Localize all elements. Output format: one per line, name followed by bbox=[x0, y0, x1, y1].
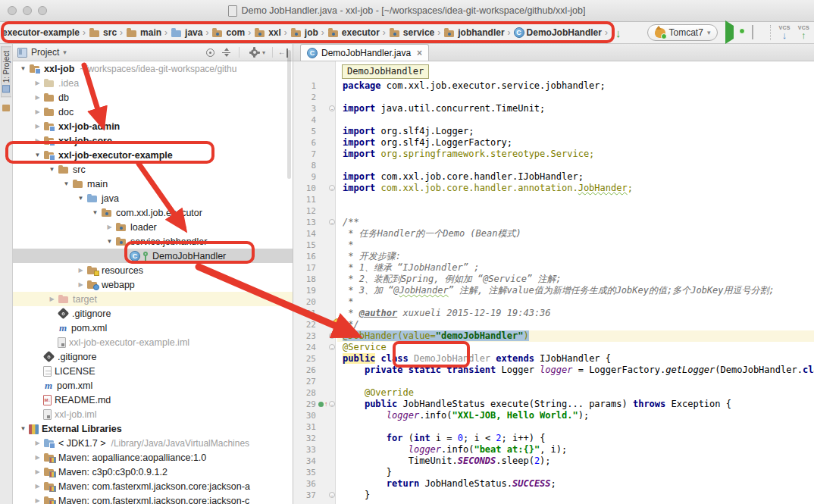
chevron-collapsed-icon[interactable]: ▶ bbox=[32, 497, 43, 504]
fold-marker-icon[interactable] bbox=[329, 401, 335, 407]
chevron-expanded-icon[interactable]: ▼ bbox=[89, 209, 101, 216]
code-line-30[interactable]: 30 logger.info("XXL-JOB, Hello World."); bbox=[293, 410, 814, 421]
code-line-24[interactable]: 24@Service bbox=[293, 342, 814, 353]
chevron-collapsed-icon[interactable]: ▶ bbox=[75, 267, 86, 274]
chevron-collapsed-icon[interactable]: ▶ bbox=[32, 137, 43, 144]
settings-icon[interactable] bbox=[249, 47, 260, 58]
code-line-37[interactable]: 37 } bbox=[293, 490, 814, 501]
tree-row-target[interactable]: ▶target bbox=[13, 292, 293, 306]
breadcrumb-item-executor[interactable]: executor bbox=[327, 27, 380, 39]
code-line-7[interactable]: 7import org.springframework.stereotype.S… bbox=[293, 149, 814, 160]
tree-row-service-jobhandler[interactable]: ▼service.jobhandler bbox=[13, 234, 293, 249]
tree-row-xxl-job-executor-example-iml[interactable]: xxl-job-executor-example.iml bbox=[13, 335, 293, 349]
chevron-expanded-icon[interactable]: ▼ bbox=[46, 166, 58, 173]
code-line-1[interactable]: 1package com.xxl.job.executor.service.jo… bbox=[293, 80, 814, 92]
code-line-22[interactable]: 22 */ bbox=[293, 319, 814, 330]
chevron-collapsed-icon[interactable]: ▶ bbox=[75, 281, 86, 288]
tree-row-maven-com-fasterxml-jackson-core-jackson-a[interactable]: ▶Maven: com.fasterxml.jackson.core:jacks… bbox=[13, 479, 293, 493]
fold-marker-icon[interactable] bbox=[329, 105, 335, 111]
code-line-34[interactable]: 34 TimeUnit.SECONDS.sleep(2); bbox=[293, 455, 814, 467]
run-config-select[interactable]: Tomcat7 ▾ bbox=[647, 24, 719, 41]
editor-body[interactable]: DemoJobHandler 1package com.xxl.job.exec… bbox=[293, 61, 814, 504]
chevron-expanded-icon[interactable]: ▼ bbox=[17, 65, 29, 72]
code-line-11[interactable]: 11 bbox=[293, 194, 814, 205]
breadcrumb-item-java[interactable]: java bbox=[171, 27, 202, 39]
tree-row-db[interactable]: ▶db bbox=[13, 90, 293, 105]
fold-marker-icon[interactable] bbox=[329, 185, 335, 191]
breadcrumb-item-executor-example[interactable]: executor-example bbox=[2, 27, 80, 38]
tree-row-doc[interactable]: ▶doc bbox=[13, 105, 293, 119]
chevron-collapsed-icon[interactable]: ▶ bbox=[32, 440, 43, 446]
code-line-20[interactable]: 20 * bbox=[293, 296, 814, 308]
tree-row-maven-aopalliance-aopalliance-1-0[interactable]: ▶Maven: aopalliance:aopalliance:1.0 bbox=[13, 450, 293, 465]
tree-scrollbar[interactable] bbox=[287, 50, 291, 179]
breadcrumb-item-jobhandler[interactable]: jobhandler bbox=[443, 27, 504, 39]
close-icon[interactable]: × bbox=[417, 48, 422, 58]
coverage-button[interactable] bbox=[752, 26, 753, 39]
tree-row--idea[interactable]: ▶.idea bbox=[13, 76, 293, 90]
code-line-14[interactable]: 14 * 任务Handler的一个Demo (Bean模式) bbox=[293, 228, 814, 239]
fold-marker-icon[interactable] bbox=[329, 333, 335, 339]
code-line-31[interactable]: 31 bbox=[293, 421, 814, 433]
tree-row-pom-xml[interactable]: mpom.xml bbox=[13, 321, 293, 335]
code-line-26[interactable]: 26 private static transient Logger logge… bbox=[293, 365, 814, 376]
code-line-32[interactable]: 32 for (int i = 0; i < 2; i++) { bbox=[293, 433, 814, 444]
chevron-down-icon[interactable]: ▾ bbox=[63, 49, 67, 56]
chevron-expanded-icon[interactable]: ▼ bbox=[75, 195, 86, 202]
code-line-18[interactable]: 18 * 2、装配到Spring, 例如加 “@Service” 注解; bbox=[293, 274, 814, 285]
chevron-collapsed-icon[interactable]: ▶ bbox=[32, 454, 43, 461]
chevron-collapsed-icon[interactable]: ▶ bbox=[46, 296, 58, 302]
tree-row-demojobhandler[interactable]: DemoJobHandler bbox=[13, 249, 293, 263]
code-line-10[interactable]: 10import com.xxl.job.core.handler.annota… bbox=[293, 183, 814, 194]
code-line-13[interactable]: 13/** bbox=[293, 217, 814, 228]
breadcrumb-item-xxl[interactable]: xxl bbox=[254, 27, 281, 39]
chevron-collapsed-icon[interactable]: ▶ bbox=[32, 80, 43, 86]
chevron-expanded-icon[interactable]: ▼ bbox=[61, 180, 72, 187]
code-line-4[interactable]: 4 bbox=[293, 114, 814, 126]
fold-marker-icon[interactable] bbox=[329, 344, 335, 350]
breadcrumb-item-src[interactable]: src bbox=[89, 27, 117, 39]
tree-row-maven-c3p0-c3p0-0-9-1-2[interactable]: ▶Maven: c3p0:c3p0:0.9.1.2 bbox=[13, 465, 293, 479]
vcs-update-button[interactable]: VCS ↓ bbox=[778, 25, 790, 40]
code-line-29[interactable]: 29 public JobHandleStatus execute(String… bbox=[293, 399, 814, 410]
tree-row-pom-xml[interactable]: mpom.xml bbox=[13, 378, 293, 393]
chevron-collapsed-icon[interactable]: ▶ bbox=[32, 108, 43, 115]
green-down-arrow-icon[interactable]: ↓ bbox=[615, 27, 621, 39]
tree-row-loader[interactable]: ▶loader bbox=[13, 220, 293, 234]
tree-row-xxl-job-core[interactable]: ▶xxl-job-core bbox=[13, 133, 293, 148]
code-line-12[interactable]: 12 bbox=[293, 205, 814, 217]
chevron-collapsed-icon[interactable]: ▶ bbox=[104, 224, 115, 230]
tree-row-license[interactable]: LICENSE bbox=[13, 364, 293, 378]
breadcrumb-item-service[interactable]: service bbox=[389, 27, 434, 39]
locate-icon[interactable] bbox=[206, 49, 214, 57]
intention-bulb-icon[interactable] bbox=[333, 318, 343, 328]
tree-row-external-libraries[interactable]: ▼External Libraries bbox=[13, 421, 293, 436]
override-method-icon[interactable] bbox=[318, 401, 328, 408]
tab-demojobhandler[interactable]: DemoJobHandler.java × bbox=[300, 44, 429, 61]
code-line-17[interactable]: 17 * 1、继承 “IJobHandler” ; bbox=[293, 262, 814, 274]
tree-row-webapp[interactable]: ▶webapp bbox=[13, 277, 293, 292]
tree-row--gitignore[interactable]: .gitignore bbox=[13, 349, 293, 364]
tree-row-com-xxl-job-executor[interactable]: ▼com.xxl.job.executor bbox=[13, 205, 293, 220]
code-line-35[interactable]: 35 } bbox=[293, 467, 814, 478]
collapse-icon[interactable] bbox=[221, 47, 232, 58]
code-line-8[interactable]: 8 bbox=[293, 160, 814, 171]
code-line-28[interactable]: 28 @Override bbox=[293, 387, 814, 399]
project-tool-window-tab[interactable]: 1: Project bbox=[1, 46, 11, 97]
fold-marker-icon[interactable] bbox=[329, 492, 335, 498]
code-line-2[interactable]: 2 bbox=[293, 92, 814, 103]
code-line-27[interactable]: 27 bbox=[293, 376, 814, 387]
code-line-25[interactable]: 25public class DemoJobHandler extends IJ… bbox=[293, 353, 814, 365]
tree-row-xxl-job-executor-example[interactable]: ▼xxl-job-executor-example bbox=[13, 148, 293, 162]
tree-row-xxl-job-admin[interactable]: ▶xxl-job-admin bbox=[13, 119, 293, 133]
tree-row-readme-md[interactable]: README.md bbox=[13, 393, 293, 407]
chevron-collapsed-icon[interactable]: ▶ bbox=[32, 123, 43, 130]
vcs-commit-button[interactable]: VCS ↑ bbox=[798, 25, 809, 40]
favorites-stripe-icon[interactable] bbox=[2, 105, 10, 111]
code-line-3[interactable]: 3import java.util.concurrent.TimeUnit; bbox=[293, 103, 814, 114]
tree-row-main[interactable]: ▼main bbox=[13, 177, 293, 191]
code-line-36[interactable]: 36 return JobHandleStatus.SUCCESS; bbox=[293, 478, 814, 490]
code-line-16[interactable]: 16 * 开发步骤: bbox=[293, 251, 814, 262]
code-line-19[interactable]: 19 * 3、加 “@JobHander” 注解, 注解value值为新增任务生… bbox=[293, 285, 814, 296]
breadcrumb-item-com[interactable]: com bbox=[211, 27, 245, 39]
